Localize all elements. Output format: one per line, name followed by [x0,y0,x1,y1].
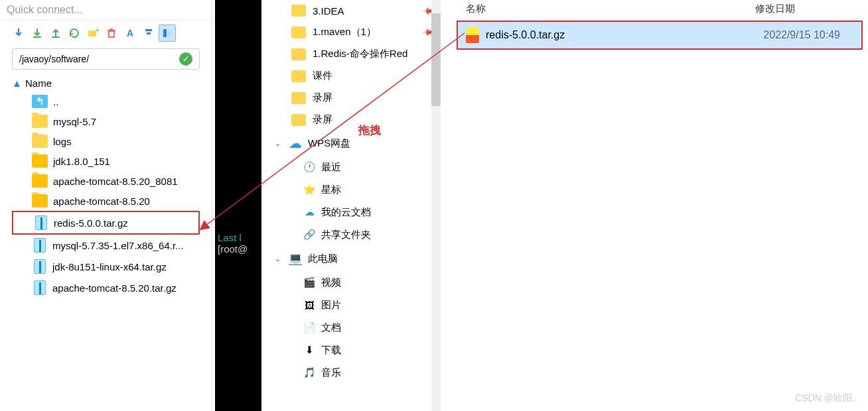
item-label: 视频 [321,276,341,289]
file-item[interactable]: redis-5.0.0.tar.gz [12,211,200,235]
wps-item[interactable]: ›🕐最近 [261,156,441,178]
path-text: /javaoy/software/ [19,54,89,64]
new-folder-icon[interactable]: + [84,25,102,42]
clock-icon: 🕐 [303,160,316,174]
pc-section[interactable]: ⌄ 💻 此电脑 [261,246,441,271]
wps-item[interactable]: ›☁我的云文档 [261,201,441,223]
pc-item[interactable]: ›🎵音乐 [261,361,441,384]
svg-rect-4 [145,29,152,31]
file-name: apache-tomcat-8.5.20.tar.gz [52,282,177,294]
tree-header[interactable]: ▲ Name [12,75,200,91]
quick-connect-input[interactable]: Quick connect... [0,0,212,21]
date-column-header[interactable]: 修改日期 [755,3,861,15]
folder-icon [291,114,306,126]
item-label: 我的云文档 [321,206,371,219]
archive-icon [34,259,46,274]
download-icon[interactable] [10,25,27,42]
file-name: mysql-5.7 [53,116,96,127]
item-label: 下载 [321,344,341,357]
svg-rect-5 [147,32,151,34]
terminal[interactable]: Last l [root@ [215,0,261,411]
quick-access-item[interactable]: 课件 [261,65,441,87]
file-list-panel: 名称 修改日期 redis-5.0.0.tar.gz 2022/9/15 10:… [451,0,868,411]
file-item[interactable]: jdk1.8.0_151 [12,151,200,171]
folder-icon [32,115,48,128]
quick-access-item[interactable]: 录屏 [261,109,441,131]
delete-icon[interactable] [103,25,120,42]
file-item[interactable]: jdk-8u151-linux-x64.tar.gz [12,256,200,277]
cloud-icon: ☁ [303,206,316,219]
scrollbar[interactable] [431,0,441,411]
file-name: apache-tomcat-8.5.20 [53,196,150,207]
wps-section[interactable]: ⌄ ☁ WPS网盘 [261,131,441,156]
chevron-down-icon: ⌄ [275,139,284,148]
explorer-nav: 3.IDEA📌1.maven（1）📌1.Redis-命令操作Red课件录屏录屏 … [261,0,441,411]
quick-access-item[interactable]: 1.maven（1）📌 [261,21,441,43]
toolbar: + A [0,21,212,46]
path-input[interactable]: /javaoy/software/ ✓ [12,48,200,70]
file-date: 2022/9/15 10:49 [763,29,853,41]
svg-text:A: A [127,28,133,38]
file-name: jdk-8u151-linux-x64.tar.gz [52,261,167,272]
file-name: mysql-5.7.35-1.el7.x86_64.r... [52,240,184,251]
pc-item[interactable]: ›📄文档 [261,316,441,339]
text-icon[interactable]: A [121,25,139,42]
archive-icon [35,215,47,230]
name-column-header[interactable]: 名称 [458,3,755,15]
folder-icon [291,27,306,38]
wps-label: WPS网盘 [308,137,350,150]
pc-item[interactable]: ›⬇下载 [261,339,441,361]
quick-access-item[interactable]: 1.Redis-命令操作Red [261,43,441,65]
file-name: logs [53,136,72,147]
list-header: 名称 修改日期 [451,0,868,18]
svg-rect-6 [163,29,167,37]
svg-rect-2 [109,31,114,37]
pc-label: 此电脑 [308,253,338,265]
svg-rect-7 [168,29,171,37]
file-name: apache-tomcat-8.5.20_8081 [53,176,178,187]
item-label: 录屏 [313,91,332,104]
folder-icon [291,5,306,17]
file-row-redis[interactable]: redis-5.0.0.tar.gz 2022/9/15 10:49 [457,21,863,50]
folder-icon [291,92,306,104]
folder-icon [32,194,48,207]
collapse-icon[interactable]: ▲ [12,78,25,89]
filter-icon[interactable] [140,25,157,42]
upload-icon[interactable] [47,25,64,42]
folder-icon [32,174,48,188]
item-label: 最近 [321,161,341,174]
wps-item[interactable]: ›🔗共享文件夹 [261,223,441,246]
item-label: 录屏 [313,113,332,126]
download-alt-icon[interactable] [29,25,46,42]
scrollbar-thumb[interactable] [431,13,441,106]
chevron-down-icon: ⌄ [275,255,284,263]
file-name: .. [53,96,58,107]
wps-item[interactable]: ›⭐星标 [261,178,441,201]
watermark: CSDN @欧阳。 [795,392,861,404]
quick-access-item[interactable]: 3.IDEA📌 [261,0,441,21]
item-label: 课件 [313,70,332,82]
file-name: redis-5.0.0.tar.gz [486,29,565,41]
file-item[interactable]: logs [12,131,200,151]
quick-access-item[interactable]: 录屏 [261,87,441,109]
file-item[interactable]: ↰.. [12,91,200,111]
pc-item[interactable]: ›🖼图片 [261,294,441,316]
terminal-line: [root@ [218,243,261,255]
archive-icon [34,238,46,253]
pc-icon: 💻 [288,251,303,266]
pc-item[interactable]: ›🎬视频 [261,271,441,294]
file-item[interactable]: apache-tomcat-8.5.20 [12,191,200,211]
archive-icon [466,27,479,43]
file-tree: ▲ Name ↰..mysql-5.7logsjdk1.8.0_151apach… [0,72,212,301]
archive-icon [34,280,46,295]
item-label: 音乐 [321,367,341,379]
file-item[interactable]: apache-tomcat-8.5.20_8081 [12,171,200,191]
file-item[interactable]: apache-tomcat-8.5.20.tar.gz [12,277,200,298]
item-label: 文档 [321,322,341,334]
panel-icon[interactable] [159,25,176,42]
refresh-icon[interactable] [66,25,83,42]
file-item[interactable]: mysql-5.7.35-1.el7.x86_64.r... [12,235,200,256]
music-icon: 🎵 [303,366,316,379]
file-item[interactable]: mysql-5.7 [12,111,200,131]
file-name: jdk1.8.0_151 [53,156,110,167]
